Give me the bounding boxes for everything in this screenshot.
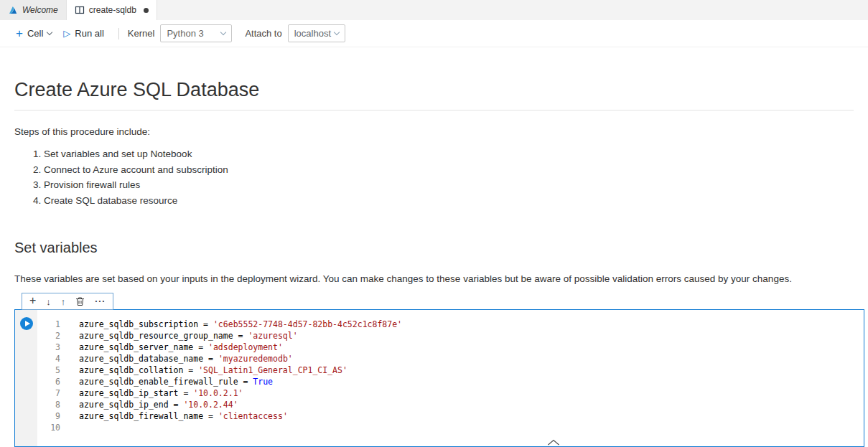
code-text: azure_sqldb_server_name = 'adsdeployment… bbox=[79, 342, 283, 353]
code-line[interactable]: 7azure_sqldb_ip_start = '10.0.2.1' bbox=[37, 387, 864, 399]
line-number: 2 bbox=[37, 330, 65, 342]
cell-gutter bbox=[15, 310, 37, 446]
code-text: azure_sqldb_enable_firewall_rule = True bbox=[79, 376, 273, 387]
procedure-steps-list: Set variables and set up NotebookConnect… bbox=[44, 146, 854, 208]
attach-to-value: localhost bbox=[294, 28, 331, 39]
code-cell-wrapper: + ↓ ↑ ··· 1azure_sqldb_subscription = 'c… bbox=[14, 293, 864, 447]
code-line[interactable]: 8azure_sqldb_ip_end = '10.0.2.44' bbox=[37, 399, 864, 410]
procedure-step: Connect to Azure account and subscriptio… bbox=[44, 162, 854, 178]
add-cell-label: Cell bbox=[27, 28, 43, 39]
code-editor[interactable]: 1azure_sqldb_subscription = 'c6eb5552-77… bbox=[37, 310, 864, 446]
code-line[interactable]: 3azure_sqldb_server_name = 'adsdeploymen… bbox=[37, 342, 864, 353]
procedure-step: Create SQL database resource bbox=[44, 193, 854, 209]
code-text: azure_sqldb_collation = 'SQL_Latin1_Gene… bbox=[79, 364, 347, 376]
line-number: 10 bbox=[37, 422, 65, 433]
page-title: Create Azure SQL Database bbox=[14, 79, 854, 110]
line-number: 9 bbox=[37, 410, 65, 422]
run-all-label: Run all bbox=[75, 28, 103, 39]
code-text: azure_sqldb_database_name = 'myazuredemo… bbox=[79, 353, 293, 364]
add-cell-button[interactable]: + Cell bbox=[10, 25, 57, 42]
code-line[interactable]: 9azure_sqldb_firewall_name = 'clientacce… bbox=[37, 410, 864, 422]
line-number: 4 bbox=[37, 353, 65, 364]
azure-logo-icon bbox=[8, 5, 18, 15]
kernel-dropdown[interactable]: Python 3 bbox=[160, 24, 232, 42]
notebook-icon bbox=[75, 5, 85, 15]
notebook-content: Create Azure SQL Database Steps of this … bbox=[0, 79, 868, 447]
chevron-down-icon bbox=[220, 29, 226, 34]
procedure-step: Provision firewall rules bbox=[44, 177, 854, 193]
run-all-icon: ▷ bbox=[63, 28, 70, 39]
editor-tab-bar: Welcome create-sqldb bbox=[0, 0, 868, 20]
unsaved-indicator-dot[interactable] bbox=[144, 8, 149, 13]
code-text: azure_sqldb_firewall_name = 'clientacces… bbox=[79, 410, 288, 422]
line-number: 1 bbox=[37, 319, 65, 330]
code-text: azure_sqldb_ip_start = '10.0.2.1' bbox=[79, 387, 243, 399]
code-line[interactable]: 6azure_sqldb_enable_firewall_rule = True bbox=[37, 376, 864, 387]
section-paragraph: These variables are set based on your in… bbox=[14, 273, 854, 284]
line-number: 6 bbox=[37, 376, 65, 387]
tab-welcome[interactable]: Welcome bbox=[0, 0, 67, 20]
run-cell-button[interactable] bbox=[20, 317, 33, 330]
tab-label: Welcome bbox=[22, 5, 58, 15]
code-line[interactable]: 4azure_sqldb_database_name = 'myazuredem… bbox=[37, 353, 864, 364]
code-line[interactable]: 1azure_sqldb_subscription = 'c6eb5552-77… bbox=[37, 319, 864, 330]
azure-data-studio-window: Welcome create-sqldb + Cell ▷ Run all Ke… bbox=[0, 0, 868, 447]
line-number: 3 bbox=[37, 342, 65, 353]
notebook-toolbar: + Cell ▷ Run all Kernel Python 3 Attach … bbox=[0, 20, 868, 47]
code-text: azure_sqldb_ip_end = '10.0.2.44' bbox=[79, 399, 238, 410]
code-line[interactable]: 10 bbox=[37, 422, 864, 433]
line-number: 7 bbox=[37, 387, 65, 399]
procedure-step: Set variables and set up Notebook bbox=[44, 146, 854, 162]
line-number: 5 bbox=[37, 364, 65, 376]
attach-to-dropdown[interactable]: localhost bbox=[288, 24, 345, 42]
move-cell-down-icon[interactable]: ↓ bbox=[46, 296, 51, 307]
code-cell[interactable]: 1azure_sqldb_subscription = 'c6eb5552-77… bbox=[14, 309, 864, 447]
delete-cell-icon[interactable] bbox=[75, 296, 85, 306]
move-cell-up-icon[interactable]: ↑ bbox=[61, 296, 66, 307]
more-actions-icon[interactable]: ··· bbox=[95, 296, 106, 306]
kernel-label: Kernel bbox=[128, 28, 155, 39]
cell-collapse-chevron-icon[interactable] bbox=[547, 439, 560, 446]
run-all-button[interactable]: ▷ Run all bbox=[57, 25, 109, 42]
tab-label: create-sqldb bbox=[89, 5, 136, 15]
tab-create-sqldb[interactable]: create-sqldb bbox=[67, 0, 157, 20]
code-line[interactable]: 2azure_sqldb_resource_group_name = 'azur… bbox=[37, 330, 864, 342]
attach-to-label: Attach to bbox=[245, 28, 281, 39]
add-cell-icon[interactable]: + bbox=[29, 294, 36, 307]
code-text: azure_sqldb_resource_group_name = 'azure… bbox=[79, 330, 298, 342]
chevron-down-icon bbox=[333, 29, 339, 34]
chevron-down-icon bbox=[47, 29, 52, 34]
plus-icon: + bbox=[16, 29, 23, 38]
cell-toolbar: + ↓ ↑ ··· bbox=[22, 293, 113, 310]
toolbar-separator bbox=[118, 28, 119, 39]
intro-text: Steps of this procedure include: bbox=[14, 126, 854, 137]
section-heading: Set variables bbox=[14, 240, 854, 256]
kernel-value: Python 3 bbox=[167, 28, 203, 39]
line-number: 8 bbox=[37, 399, 65, 410]
code-line[interactable]: 5azure_sqldb_collation = 'SQL_Latin1_Gen… bbox=[37, 364, 864, 376]
code-text: azure_sqldb_subscription = 'c6eb5552-774… bbox=[79, 319, 402, 330]
